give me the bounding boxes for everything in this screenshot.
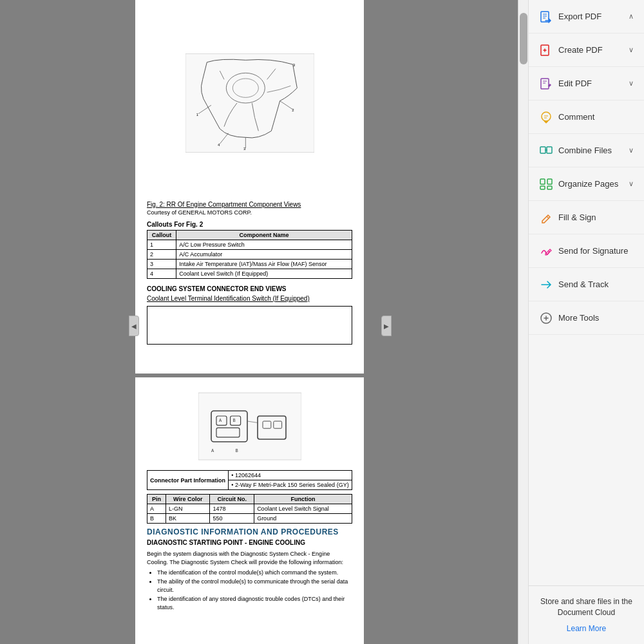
tools-list: Export PDF∧ Create PDF∨ Edit PDF∨ Commen… xyxy=(529,0,644,335)
sub1-header: Coolant Level Terminal Identification Sw… xyxy=(147,295,352,302)
pdf-page-bottom: A B A B Connector Part Information • 1 xyxy=(135,377,364,644)
left-margin xyxy=(0,0,135,644)
callout-table: Callout Component Name 1A/C Low Pressure… xyxy=(147,230,352,279)
tool-label-send-signature: Send for Signature xyxy=(558,246,634,256)
right-collapse-arrow[interactable]: ▶ xyxy=(381,316,392,336)
tool-label-combine-files: Combine Files xyxy=(558,146,629,155)
cloud-text: Store and share files in the Document Cl… xyxy=(539,596,634,618)
cloud-section: Store and share files in the Document Cl… xyxy=(529,585,644,644)
tool-item-edit-pdf[interactable]: Edit PDF∨ xyxy=(529,67,644,100)
tool-item-create-pdf[interactable]: Create PDF∨ xyxy=(529,33,644,67)
tool-item-more-tools[interactable]: More Tools xyxy=(529,301,644,335)
scrollbar-thumb[interactable] xyxy=(520,13,527,64)
scrollbar[interactable] xyxy=(518,0,528,644)
tool-item-combine-files[interactable]: Combine Files∨ xyxy=(529,134,644,167)
tool-label-organize-pages: Organize Pages xyxy=(558,179,629,189)
send-signature-icon xyxy=(539,244,553,258)
table-row: AL-GN1478Coolant Level Switch Signal xyxy=(147,504,352,514)
table-row: 4Coolant Level Switch (If Equipped) xyxy=(147,269,352,279)
list-item: The identification of the control module… xyxy=(157,569,352,578)
circuit-col-header: Circuit No. xyxy=(210,495,254,504)
tool-label-more-tools: More Tools xyxy=(558,313,634,323)
diag-header: DIAGNOSTIC INFORMATION AND PROCEDURES xyxy=(147,527,352,536)
tool-label-send-track: Send & Track xyxy=(558,279,634,289)
callout-header: Callouts For Fig. 2 xyxy=(147,221,352,228)
chevron-export-pdf: ∧ xyxy=(629,12,634,21)
connector-info2-val: 2-Way F Metri-Pack 150 Series Sealed (GY… xyxy=(235,482,349,488)
tool-label-create-pdf: Create PDF xyxy=(558,45,629,55)
connector-info-table: Connector Part Information • 12062644 • … xyxy=(147,470,352,490)
page-content-area: 1 2 3 3 4 Fig. 2: RR Of Engine Compartme… xyxy=(135,0,518,644)
table-row: 3Intake Air Temperature (IAT)/Mass Air F… xyxy=(147,260,352,269)
connector-diagram: A B A B xyxy=(147,385,352,470)
pin-table: Pin Wire Color Circuit No. Function AL-G… xyxy=(147,494,352,524)
svg-text:A: A xyxy=(219,418,222,422)
bullet-list: The identification of the control module… xyxy=(157,569,352,612)
svg-text:B: B xyxy=(232,418,235,422)
comment-icon xyxy=(539,110,553,124)
fill-sign-icon xyxy=(539,211,553,225)
section1-header: COOLING SYSTEM CONNECTOR END VIEWS xyxy=(147,285,352,292)
chevron-combine-files: ∨ xyxy=(629,146,634,155)
chevron-edit-pdf: ∨ xyxy=(629,79,634,88)
wire-col-header: Wire Color xyxy=(166,495,210,504)
svg-rect-28 xyxy=(547,179,552,184)
diag-sub: DIAGNOSTIC STARTING POINT - ENGINE COOLI… xyxy=(147,539,352,546)
connector-info-label: Connector Part Information xyxy=(147,471,229,490)
fig-courtesy: Courtesy of GENERAL MOTORS CORP. xyxy=(147,209,352,216)
tool-label-comment: Comment xyxy=(558,112,634,122)
callout-col1: Callout xyxy=(147,231,176,240)
tool-label-export-pdf: Export PDF xyxy=(558,12,629,21)
combine-files-icon xyxy=(539,144,553,158)
organize-pages-icon xyxy=(539,177,553,191)
more-tools-icon xyxy=(539,311,553,325)
svg-rect-29 xyxy=(540,186,545,189)
tool-label-edit-pdf: Edit PDF xyxy=(558,79,629,88)
tool-item-comment[interactable]: Comment xyxy=(529,100,644,134)
send-track-icon xyxy=(539,278,553,292)
chevron-organize-pages: ∨ xyxy=(629,180,634,188)
export-pdf-icon xyxy=(539,10,553,24)
table-row: 1A/C Low Pressure Switch xyxy=(147,240,352,250)
svg-point-24 xyxy=(542,112,551,121)
svg-text:A: A xyxy=(211,448,214,453)
tool-item-organize-pages[interactable]: Organize Pages∨ xyxy=(529,167,644,201)
learn-more-link[interactable]: Learn More xyxy=(567,624,606,633)
svg-rect-26 xyxy=(547,147,552,153)
fig-caption: Fig. 2: RR Of Engine Compartment Compone… xyxy=(147,201,352,208)
edit-pdf-icon xyxy=(539,77,553,91)
callout-col2: Component Name xyxy=(176,231,352,240)
svg-rect-23 xyxy=(541,79,549,89)
body-text: Begin the system diagnosis with the Diag… xyxy=(147,550,352,566)
tool-item-fill-sign[interactable]: Fill & Sign xyxy=(529,201,644,234)
table-row: BBK550Ground xyxy=(147,514,352,524)
left-collapse-arrow[interactable]: ◀ xyxy=(129,316,139,336)
tool-label-fill-sign: Fill & Sign xyxy=(558,213,634,222)
empty-box xyxy=(147,306,352,345)
connector-info2-cell: • 2-Way F Metri-Pack 150 Series Sealed (… xyxy=(229,480,352,490)
engine-diagram: 1 2 3 3 4 xyxy=(147,8,352,201)
chevron-create-pdf: ∨ xyxy=(629,46,634,54)
pdf-viewer: 1 2 3 3 4 Fig. 2: RR Of Engine Compartme… xyxy=(0,0,518,644)
connector-info1: • 12062644 xyxy=(229,471,352,480)
svg-rect-30 xyxy=(547,186,552,189)
pin-col-header: Pin xyxy=(147,495,166,504)
svg-text:B: B xyxy=(235,448,238,453)
list-item: The identification of any stored diagnos… xyxy=(157,595,352,612)
list-item: The ability of the control module(s) to … xyxy=(157,578,352,595)
svg-rect-25 xyxy=(540,147,545,153)
svg-rect-27 xyxy=(540,179,545,184)
function-col-header: Function xyxy=(254,495,352,504)
connector-info-val: 12062644 xyxy=(235,472,261,478)
tool-item-send-signature[interactable]: Send for Signature xyxy=(529,234,644,268)
create-pdf-icon xyxy=(539,43,553,57)
table-row: 2A/C Accumulator xyxy=(147,250,352,260)
right-panel: Export PDF∧ Create PDF∨ Edit PDF∨ Commen… xyxy=(528,0,644,644)
tool-item-export-pdf[interactable]: Export PDF∧ xyxy=(529,0,644,33)
tool-item-send-track[interactable]: Send & Track xyxy=(529,268,644,301)
pdf-page-top: 1 2 3 3 4 Fig. 2: RR Of Engine Compartme… xyxy=(135,0,364,374)
